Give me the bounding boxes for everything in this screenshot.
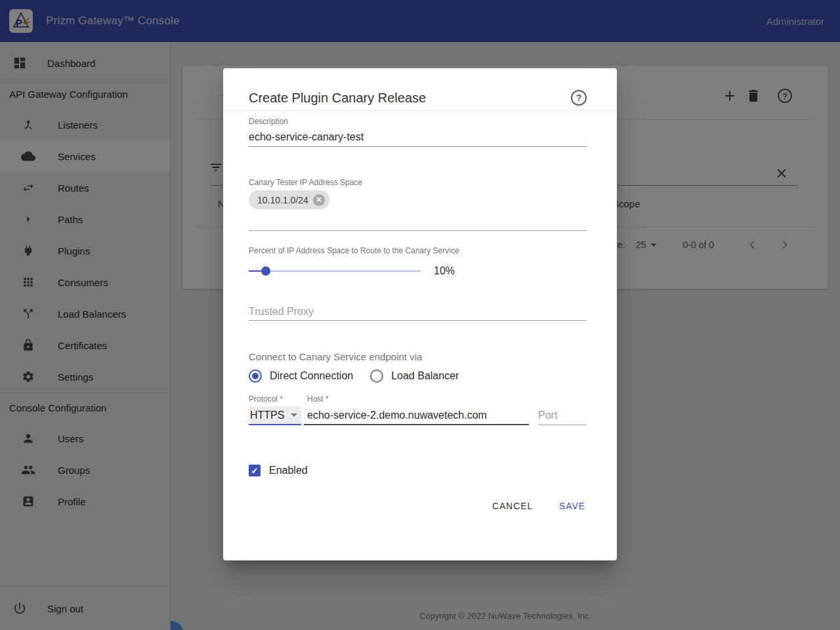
input-underline: [249, 146, 587, 147]
ip-space-label: Canary Tester IP Address Space: [249, 178, 587, 187]
create-plugin-canary-release-dialog: Create Plugin Canary Release ? Descripti…: [223, 68, 617, 560]
enabled-checkbox[interactable]: ✓: [249, 465, 261, 476]
host-input[interactable]: echo-service-2.demo.nuwavetech.com: [304, 406, 529, 425]
chip-value: 10.10.1.0/24: [257, 195, 308, 205]
protocol-label: Protocol *: [249, 394, 301, 404]
radio-label-load-balancer[interactable]: Load Balancer: [391, 370, 459, 382]
chevron-down-icon: [291, 413, 297, 417]
help-icon[interactable]: ?: [571, 90, 587, 106]
protocol-select[interactable]: HTTPS: [249, 406, 301, 425]
description-label: Description: [249, 117, 587, 126]
trusted-proxy-input[interactable]: Trusted Proxy: [249, 306, 587, 318]
ip-space-input[interactable]: [249, 230, 587, 231]
save-button[interactable]: SAVE: [558, 497, 587, 515]
divider: [223, 110, 617, 111]
endpoint-via-label: Connect to Canary Service endpoint via: [249, 351, 587, 362]
percent-value: 10%: [434, 265, 455, 277]
enabled-label: Enabled: [269, 465, 308, 476]
cancel-button[interactable]: CANCEL: [491, 497, 534, 515]
protocol-value: HTTPS: [250, 410, 284, 421]
ip-space-chip[interactable]: 10.10.1.0/24 ✕: [249, 190, 329, 209]
radio-load-balancer[interactable]: [370, 369, 383, 383]
description-input[interactable]: echo-service-canary-test: [249, 131, 587, 144]
percent-slider[interactable]: [249, 270, 421, 272]
slider-thumb[interactable]: [261, 266, 270, 276]
dialog-title: Create Plugin Canary Release: [249, 91, 426, 106]
host-label: Host *: [304, 394, 529, 404]
radio-direct-connection[interactable]: [249, 369, 262, 383]
chip-remove-icon[interactable]: ✕: [313, 194, 325, 206]
port-input[interactable]: Port: [538, 406, 587, 425]
input-underline: [249, 320, 587, 321]
percent-label: Percent of IP Address Space to Route to …: [249, 246, 587, 255]
radio-label-direct-connection[interactable]: Direct Connection: [270, 370, 353, 382]
